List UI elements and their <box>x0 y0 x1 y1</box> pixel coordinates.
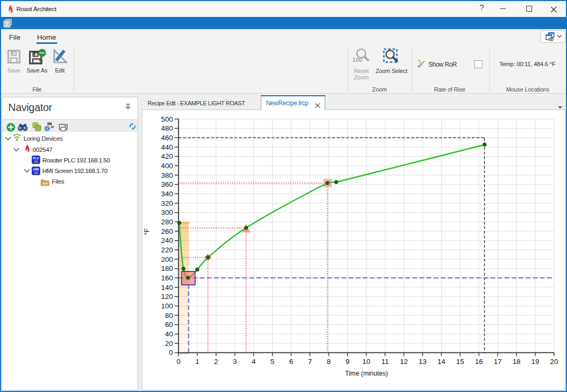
svg-text:500: 500 <box>161 115 173 123</box>
svg-text:480: 480 <box>161 124 173 132</box>
svg-text:9: 9 <box>345 358 350 366</box>
svg-text:200: 200 <box>161 256 173 263</box>
svg-text:260: 260 <box>161 227 173 235</box>
svg-text:15: 15 <box>456 358 464 366</box>
svg-text:14: 14 <box>437 358 446 366</box>
svg-text:220: 220 <box>161 246 173 254</box>
svg-text:6: 6 <box>289 358 294 366</box>
svg-text:440: 440 <box>161 143 173 151</box>
svg-text:340: 340 <box>161 190 173 198</box>
svg-text:320: 320 <box>161 199 173 207</box>
svg-text:12: 12 <box>400 358 408 366</box>
svg-text:120: 120 <box>161 293 173 300</box>
svg-text:280: 280 <box>161 218 173 226</box>
svg-text:7: 7 <box>308 358 312 366</box>
svg-text:60: 60 <box>165 321 173 329</box>
svg-text:240: 240 <box>161 236 173 244</box>
svg-text:140: 140 <box>161 284 173 291</box>
svg-text:180: 180 <box>161 265 173 272</box>
svg-text:460: 460 <box>161 134 173 142</box>
svg-text:300: 300 <box>161 208 173 216</box>
svg-text:2x: 2x <box>34 160 38 163</box>
svg-text:Time (minutes): Time (minutes) <box>345 370 388 377</box>
svg-text:20: 20 <box>165 340 173 348</box>
svg-text:2: 2 <box>214 358 218 366</box>
svg-text:19: 19 <box>531 358 539 366</box>
svg-text:20: 20 <box>550 358 558 366</box>
svg-text:16: 16 <box>475 358 483 366</box>
svg-text:0: 0 <box>177 358 181 366</box>
svg-text:0: 0 <box>169 349 173 357</box>
svg-text:4: 4 <box>252 358 256 366</box>
svg-text:3: 3 <box>233 358 237 366</box>
svg-text:160: 160 <box>161 274 173 282</box>
svg-text:380: 380 <box>161 171 173 179</box>
svg-text:100: 100 <box>161 302 173 310</box>
svg-text:8: 8 <box>327 358 331 366</box>
svg-text:17: 17 <box>493 358 501 366</box>
svg-text:400: 400 <box>161 162 173 170</box>
svg-text:40: 40 <box>165 330 173 338</box>
svg-text:420: 420 <box>161 152 173 160</box>
svg-text:5: 5 <box>270 358 275 366</box>
svg-text:11: 11 <box>381 358 389 366</box>
svg-text:18: 18 <box>513 358 520 366</box>
svg-text:100: 100 <box>352 57 362 63</box>
svg-text:360: 360 <box>161 180 173 188</box>
svg-text:1: 1 <box>195 358 199 366</box>
svg-text:2x: 2x <box>34 171 38 175</box>
svg-text:13: 13 <box>418 358 426 366</box>
svg-text:°F: °F <box>143 228 151 235</box>
svg-text:10: 10 <box>362 358 370 366</box>
svg-text:80: 80 <box>165 312 173 320</box>
